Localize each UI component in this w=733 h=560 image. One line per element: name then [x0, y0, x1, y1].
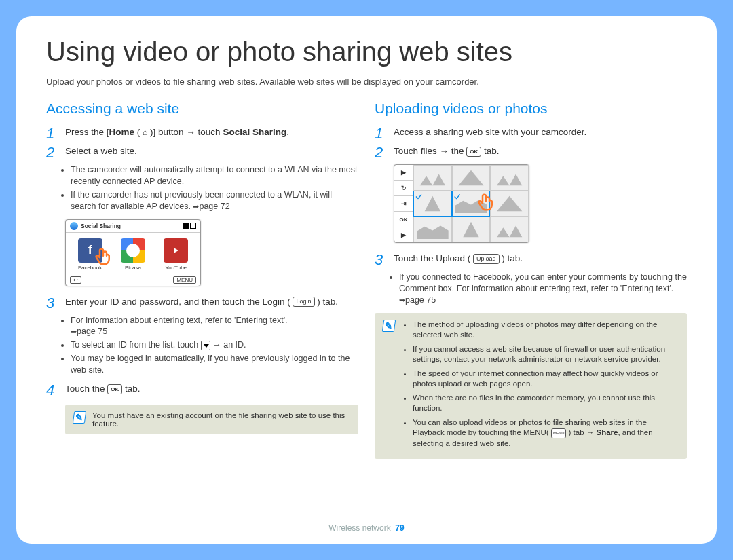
thumbnail[interactable]	[452, 217, 491, 242]
battery-icon	[183, 223, 196, 229]
step-number: 1	[375, 126, 387, 141]
dropdown-icon	[201, 341, 210, 350]
menu-icon: MENU	[551, 428, 566, 438]
page-ref: page 75	[405, 295, 436, 305]
note-icon: ✎	[73, 411, 87, 424]
page-ref: page 75	[77, 326, 107, 336]
check-icon	[415, 193, 422, 200]
thumbnail-selected[interactable]	[413, 191, 452, 217]
step-number: 2	[375, 145, 387, 160]
page-title: Using video or photo sharing web sites	[46, 37, 687, 67]
thumbnail-grid	[413, 165, 529, 242]
document-page: Using video or photo sharing web sites U…	[16, 16, 717, 544]
thumbnail[interactable]	[413, 217, 452, 242]
login-button[interactable]: Login	[293, 297, 314, 307]
side-btn-next[interactable]: ▶	[394, 227, 413, 242]
thumbnail[interactable]	[490, 217, 529, 242]
ok-button[interactable]: OK	[466, 147, 481, 157]
pageref-icon	[71, 326, 77, 336]
touch-hand-icon	[476, 192, 496, 215]
list-item: If you connected to Facebook, you can en…	[399, 272, 687, 306]
thumbnail-grid-screen: ▶ ↻ ⇥ OK ▶	[394, 164, 529, 243]
side-btn-share[interactable]: ⇥	[394, 196, 413, 212]
step-1-right: 1 Access a sharing web site with your ca…	[375, 126, 687, 141]
back-button[interactable]: ↩	[70, 276, 81, 284]
step-1-left: 1 Press the [Home ( )] button touch Soci…	[46, 126, 358, 141]
step-number: 2	[46, 145, 58, 160]
thumbnail[interactable]	[452, 165, 491, 191]
left-heading: Accessing a web site	[46, 100, 358, 117]
pageref-icon	[399, 295, 405, 305]
side-btn-rotate[interactable]: ↻	[394, 181, 413, 196]
side-btn-ok[interactable]: OK	[394, 212, 413, 227]
page-footer: Wireless network 79	[16, 523, 717, 533]
arrow-icon	[586, 428, 595, 436]
list-item: For information about entering text, ref…	[71, 315, 358, 338]
list-item: When there are no files in the camcorder…	[413, 393, 679, 414]
page-ref: page 72	[199, 202, 229, 211]
footer-section: Wireless network	[328, 523, 390, 533]
page-number: 79	[395, 523, 404, 533]
note-text: You must have an existing account on the…	[92, 411, 350, 428]
note-icon: ✎	[382, 320, 396, 332]
step-number: 3	[375, 253, 387, 267]
arrow-icon	[186, 127, 195, 137]
touch-hand-icon	[93, 246, 113, 268]
right-heading: Uploading videos or photos	[375, 100, 687, 117]
step-4-left: 4 Touch the OK tab.	[46, 383, 358, 398]
globe-icon	[70, 222, 78, 230]
list-item: The method of uploading videos or photos…	[413, 320, 679, 341]
right-column: Uploading videos or photos 1 Access a sh…	[375, 100, 687, 468]
arrow-icon	[440, 146, 449, 156]
step-3-left: 3 Enter your ID and password, and then t…	[46, 296, 358, 311]
list-item: The camcorder will automatically attempt…	[71, 164, 358, 187]
upload-button[interactable]: Upload	[473, 254, 500, 264]
menu-button[interactable]: MENU	[173, 276, 196, 284]
step3-bullets: For information about entering text, ref…	[71, 315, 358, 376]
note-box-left: ✎ You must have an existing account on t…	[65, 405, 358, 434]
thumbnail[interactable]	[490, 165, 529, 191]
intro-text: Upload your photos or videos to file sha…	[46, 77, 687, 87]
step-number: 3	[46, 296, 58, 311]
social-sharing-screen: Social Sharing f Facebook Picasa	[65, 219, 201, 286]
list-item: You may be logged in automatically, if y…	[71, 353, 358, 376]
list-item: If the camcorder has not previously been…	[71, 189, 358, 212]
step-number: 4	[46, 383, 58, 398]
list-item: You can also upload videos or photos to …	[413, 417, 679, 449]
text: Press the [	[65, 127, 109, 137]
arrow-icon	[212, 340, 221, 350]
youtube-button[interactable]: YouTube	[157, 238, 194, 271]
step3-right-bullets: If you connected to Facebook, you can en…	[399, 272, 687, 306]
ok-button[interactable]: OK	[107, 384, 122, 394]
screen-title: Social Sharing	[81, 223, 121, 229]
side-toolbar: ▶ ↻ ⇥ OK ▶	[394, 165, 413, 242]
home-label: Home	[109, 127, 135, 137]
note-box-right: ✎ The method of uploading videos or phot…	[375, 313, 687, 460]
share-label: Share	[596, 428, 618, 436]
step-3-right: 3 Touch the Upload ( Upload ) tab.	[375, 253, 687, 267]
left-column: Accessing a web site 1 Press the [Home (…	[46, 100, 358, 468]
step-2-right: 2 Touch files the OK tab.	[375, 145, 687, 160]
step2-bullets: The camcorder will automatically attempt…	[71, 164, 358, 212]
side-btn-play[interactable]: ▶	[394, 165, 413, 181]
check-icon	[454, 193, 461, 200]
youtube-icon	[164, 238, 188, 263]
step-2-left: 2 Select a web site.	[46, 145, 358, 160]
list-item: To select an ID from the list, touch an …	[71, 339, 358, 351]
list-item: If you cannot access a web site because …	[413, 344, 679, 365]
step-number: 1	[46, 126, 58, 141]
picasa-icon	[121, 238, 145, 263]
list-item: The speed of your internet connection ma…	[413, 369, 679, 390]
picasa-button[interactable]: Picasa	[115, 238, 151, 271]
two-column-layout: Accessing a web site 1 Press the [Home (…	[46, 100, 687, 468]
social-sharing-label: Social Sharing	[223, 127, 286, 137]
thumbnail[interactable]	[413, 165, 452, 191]
